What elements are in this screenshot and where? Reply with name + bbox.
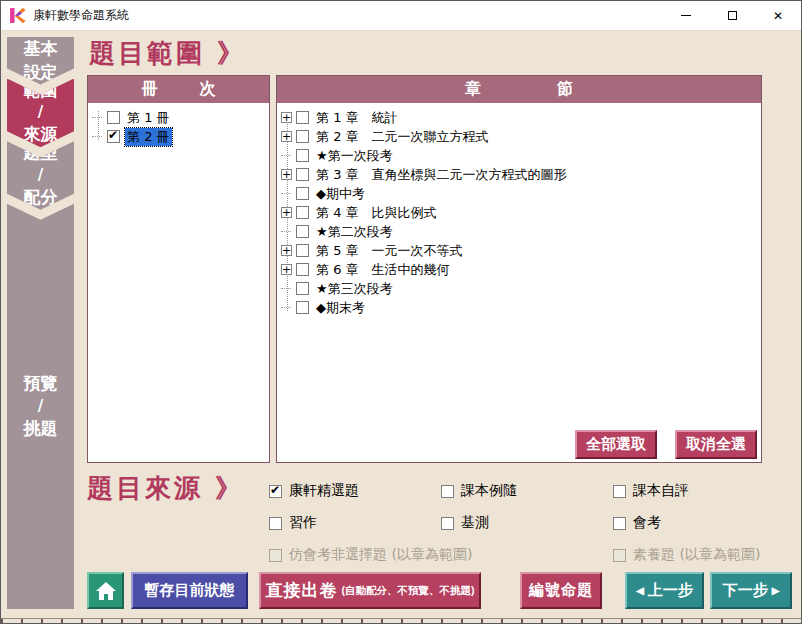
tree-row-volume-2[interactable]: 第 2 冊 <box>92 127 267 146</box>
volume-label[interactable]: 第 1 冊 <box>125 109 172 127</box>
checkbox[interactable] <box>296 263 309 276</box>
source-option-label: 習作 <box>289 514 317 532</box>
expand-icon[interactable]: + <box>281 245 292 256</box>
exam-label[interactable]: ★第一次段考 <box>314 147 395 165</box>
exam-label[interactable]: ◆期中考 <box>314 185 367 203</box>
chapter-label[interactable]: 第 4 章 比與比例式 <box>314 204 439 222</box>
sidebar-item-label: / <box>38 165 43 186</box>
sidebar-item-label: 基本 <box>24 37 58 61</box>
checkbox[interactable] <box>296 149 309 162</box>
chapter-label[interactable]: 第 5 章 一元一次不等式 <box>314 242 465 260</box>
source-option-textbook-examples[interactable]: 課本例隨 <box>441 482 517 500</box>
exam-label[interactable]: ★第三次段考 <box>314 280 395 298</box>
tree-row-exam[interactable]: ★第一次段考 <box>281 146 759 165</box>
tree-node <box>92 136 107 137</box>
sidebar-item-basic-settings[interactable]: 基本 設定 <box>7 37 74 85</box>
tree-row-chapter[interactable]: + 第 3 章 直角坐標與二元一次方程式的圖形 <box>281 165 759 184</box>
tree-row-chapter[interactable]: + 第 1 章 統計 <box>281 108 759 127</box>
tree-node <box>281 231 296 232</box>
chapter-header-text: 章 <box>465 79 481 100</box>
tree-node: + <box>281 207 296 218</box>
select-all-button[interactable]: 全部選取 <box>575 430 657 459</box>
chapter-header-text: 節 <box>557 79 573 100</box>
tree-row-exam[interactable]: ★第三次段考 <box>281 279 759 298</box>
source-option-basic-test[interactable]: 基測 <box>441 514 489 532</box>
source-option-label: 課本自評 <box>633 482 689 500</box>
checkbox[interactable] <box>296 206 309 219</box>
save-state-button[interactable]: 暫存目前狀態 <box>131 572 248 609</box>
sidebar-item-label: 預覽 <box>24 372 58 396</box>
window-title: 康軒數學命題系統 <box>33 7 129 24</box>
expand-icon[interactable]: + <box>281 169 292 180</box>
expand-icon[interactable]: + <box>281 131 292 142</box>
numbered-question-button[interactable]: 編號命題 <box>520 572 602 609</box>
sidebar-item-preview-pick[interactable]: 預覽 / 挑題 <box>7 204 74 609</box>
checkbox[interactable] <box>269 485 282 498</box>
expand-icon[interactable]: + <box>281 207 292 218</box>
exam-label[interactable]: ★第二次段考 <box>314 223 395 241</box>
checkbox[interactable] <box>296 187 309 200</box>
tree-row-volume-1[interactable]: 第 1 冊 <box>92 108 267 127</box>
chapter-label[interactable]: 第 3 章 直角坐標與二元一次方程式的圖形 <box>314 166 569 184</box>
tree-row-exam[interactable]: ◆期中考 <box>281 184 759 203</box>
source-option-label: 仿會考非選擇題 (以章為範圍) <box>289 546 472 564</box>
chapter-label[interactable]: 第 2 章 二元一次聯立方程式 <box>314 128 491 146</box>
checkbox[interactable] <box>296 282 309 295</box>
expand-icon[interactable]: + <box>281 264 292 275</box>
checkbox[interactable] <box>296 225 309 238</box>
tree-row-exam[interactable]: ◆期末考 <box>281 298 759 317</box>
tree-row-chapter[interactable]: + 第 4 章 比與比例式 <box>281 203 759 222</box>
volume-tree: 第 1 冊 第 2 冊 <box>88 103 269 146</box>
home-icon <box>96 582 116 600</box>
close-button[interactable]: ✕ <box>755 1 801 30</box>
maximize-button[interactable] <box>709 1 755 30</box>
checkbox[interactable] <box>107 111 120 124</box>
checkbox[interactable] <box>296 111 309 124</box>
checkbox[interactable] <box>296 244 309 257</box>
tree-row-chapter[interactable]: + 第 5 章 一元一次不等式 <box>281 241 759 260</box>
sidebar-item-question-type-score[interactable]: 題型 / 配分 <box>7 141 74 210</box>
next-step-label: 下一步 <box>723 581 768 600</box>
checkbox[interactable] <box>296 168 309 181</box>
sidebar-item-range-source[interactable]: 範圍 / 來源 <box>7 79 74 148</box>
home-button[interactable] <box>87 572 124 609</box>
checkbox[interactable] <box>441 517 454 530</box>
chapter-panel: 章 節 + 第 1 章 統計 + 第 2 章 二元一次聯立方程式 ★第一次段考 … <box>276 75 762 463</box>
tree-node <box>92 117 107 118</box>
expand-icon[interactable]: + <box>281 112 292 123</box>
tree-node <box>281 288 296 289</box>
exam-label[interactable]: ◆期末考 <box>314 299 367 317</box>
checkbox[interactable] <box>613 517 626 530</box>
question-source-heading: 題目來源 》 <box>87 471 244 506</box>
tree-row-exam[interactable]: ★第二次段考 <box>281 222 759 241</box>
checkbox[interactable] <box>296 301 309 314</box>
minimize-button[interactable] <box>663 1 709 30</box>
checkbox[interactable] <box>613 485 626 498</box>
chapter-label[interactable]: 第 1 章 統計 <box>314 109 400 127</box>
tree-node: + <box>281 245 296 256</box>
source-option-cap-exam[interactable]: 會考 <box>613 514 661 532</box>
tree-node: + <box>281 264 296 275</box>
source-option-literacy: 素養題 (以章為範圍) <box>613 546 760 564</box>
checkbox[interactable] <box>441 485 454 498</box>
direct-generate-button[interactable]: 直接出卷 (自動配分、不預覽、不挑題) <box>259 572 481 609</box>
previous-step-label: 上一步 <box>648 581 693 600</box>
source-option-workbook[interactable]: 習作 <box>269 514 317 532</box>
minimize-icon <box>681 15 691 16</box>
deselect-all-button[interactable]: 取消全選 <box>675 430 757 459</box>
source-option-label: 康軒精選題 <box>289 482 359 500</box>
checkbox[interactable] <box>107 130 120 143</box>
source-option-textbook-selfeval[interactable]: 課本自評 <box>613 482 689 500</box>
checkbox[interactable] <box>296 130 309 143</box>
chapter-panel-header: 章 節 <box>277 76 761 103</box>
next-step-button[interactable]: 下一步 ▶ <box>710 572 792 609</box>
previous-step-button[interactable]: ◀ 上一步 <box>625 572 704 609</box>
sidebar-item-label: / <box>38 102 43 123</box>
tree-row-chapter[interactable]: + 第 6 章 生活中的幾何 <box>281 260 759 279</box>
chapter-tree: + 第 1 章 統計 + 第 2 章 二元一次聯立方程式 ★第一次段考 + 第 … <box>277 103 761 317</box>
volume-label[interactable]: 第 2 冊 <box>125 128 172 146</box>
chapter-label[interactable]: 第 6 章 生活中的幾何 <box>314 261 452 279</box>
checkbox[interactable] <box>269 517 282 530</box>
source-option-kanghsuan-selected[interactable]: 康軒精選題 <box>269 482 359 500</box>
tree-row-chapter[interactable]: + 第 2 章 二元一次聯立方程式 <box>281 127 759 146</box>
